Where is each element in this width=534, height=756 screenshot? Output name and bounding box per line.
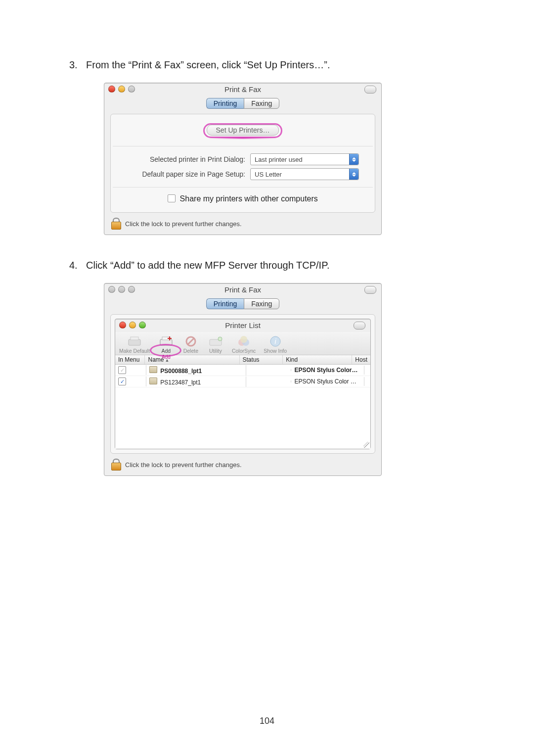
lock-text: Click the lock to prevent further change… [125, 220, 242, 228]
printer-host [364, 369, 370, 371]
col-kind[interactable]: Kind [283, 355, 352, 364]
printer-kind: EPSON Stylus Color … [291, 377, 364, 386]
lock-text: Click the lock to prevent further change… [125, 461, 242, 469]
printer-name: PS123487_lpt1 [160, 379, 201, 386]
colorsync-button: ColorSync [232, 335, 256, 354]
printer-list-window: Printer List Make Default [115, 319, 371, 449]
printer-icon [126, 335, 143, 348]
window-title: Print & Fax [104, 85, 381, 94]
col-status[interactable]: Status [240, 355, 283, 364]
svg-rect-1 [131, 337, 138, 340]
in-menu-checkbox[interactable] [118, 378, 126, 385]
default-paper-label: Default paper size in Page Setup: [117, 170, 245, 178]
setup-printers-underline [208, 137, 277, 139]
delete-icon [182, 335, 199, 348]
print-fax-window: Print & Fax Printing Faxing Set Up Print… [104, 83, 382, 235]
toolbar-toggle-icon[interactable] [364, 86, 376, 94]
colorsync-label: ColorSync [232, 348, 256, 354]
step-4: 4. Click “Add” to add the new MFP Server… [69, 260, 465, 271]
add-highlight-text: Add [162, 354, 171, 360]
make-default-button: Make Default [119, 335, 150, 354]
share-printers-label: Share my printers with other computers [180, 194, 318, 203]
colorsync-icon [235, 335, 252, 348]
show-info-label: Show Info [264, 348, 287, 354]
default-paper-select[interactable]: US Letter [250, 168, 359, 180]
col-name[interactable]: Name▲ [145, 355, 239, 364]
share-printers-checkbox[interactable] [168, 194, 176, 202]
make-default-label: Make Default [119, 348, 150, 354]
printer-status [246, 380, 292, 382]
svg-line-7 [187, 338, 194, 345]
svg-point-9 [218, 337, 222, 341]
window-title: Print & Fax [104, 285, 381, 294]
printer-list-body: PS000888_lpt1 EPSON Stylus Color… PS1234… [115, 365, 370, 449]
step-4-number: 4. [69, 260, 86, 271]
utility-icon [207, 335, 224, 348]
utility-button: Utility [207, 335, 224, 354]
col-host[interactable]: Host [352, 355, 370, 364]
toolbar-toggle-icon[interactable] [354, 322, 365, 330]
step-4-text: Click “Add” to add the new MFP Server th… [86, 260, 329, 271]
svg-point-12 [240, 336, 247, 343]
tab-printing[interactable]: Printing [206, 298, 244, 309]
step-3-number: 3. [69, 59, 86, 71]
window-title: Printer List [115, 321, 370, 330]
default-paper-value: US Letter [255, 171, 282, 178]
utility-label: Utility [209, 348, 222, 354]
dropdown-arrows-icon [349, 154, 358, 165]
printer-host [364, 380, 370, 382]
resize-grip-icon[interactable] [363, 442, 369, 448]
page-number: 104 [0, 716, 534, 726]
info-icon: i [267, 335, 284, 348]
lock-icon[interactable] [110, 459, 121, 471]
step-3: 3. From the “Print & Fax” screen, click … [69, 59, 465, 71]
selected-printer-label: Selected printer in Print Dialog: [117, 155, 245, 163]
step-3-text: From the “Print & Fax” screen, click “Se… [86, 59, 330, 71]
tab-printing[interactable]: Printing [206, 98, 244, 109]
selected-printer-select[interactable]: Last printer used [250, 153, 359, 165]
delete-button: Delete [182, 335, 199, 354]
tab-faxing[interactable]: Faxing [244, 98, 279, 109]
setup-printers-highlight: Set Up Printers… [203, 123, 283, 138]
svg-rect-0 [129, 339, 140, 345]
dropdown-arrows-icon [349, 169, 358, 180]
tab-faxing[interactable]: Faxing [244, 298, 279, 309]
printer-icon [149, 366, 157, 373]
printer-status [246, 369, 292, 371]
printer-kind: EPSON Stylus Color… [294, 367, 357, 374]
in-menu-checkbox[interactable] [118, 366, 126, 374]
add-button[interactable]: Add Add [158, 335, 175, 354]
setup-printers-button[interactable]: Set Up Printers… [207, 125, 279, 136]
show-info-button: i Show Info [264, 335, 287, 354]
printer-name: PS000888_lpt1 [160, 368, 202, 375]
printer-row[interactable]: PS000888_lpt1 EPSON Stylus Color… [115, 365, 370, 376]
printer-icon [149, 378, 157, 384]
toolbar-toggle-icon[interactable] [364, 286, 376, 294]
printer-list-header: In Menu Name▲ Status Kind Host [115, 355, 370, 365]
lock-icon[interactable] [110, 218, 121, 230]
selected-printer-value: Last printer used [255, 156, 303, 163]
tab-group: Printing Faxing [104, 98, 381, 109]
col-in-menu[interactable]: In Menu [115, 355, 145, 364]
print-fax-window-2: Print & Fax Printing Faxing Print [104, 283, 382, 476]
delete-label: Delete [183, 348, 198, 354]
tab-group: Printing Faxing [104, 298, 381, 309]
printer-row[interactable]: PS123487_lpt1 EPSON Stylus Color … [115, 376, 370, 387]
